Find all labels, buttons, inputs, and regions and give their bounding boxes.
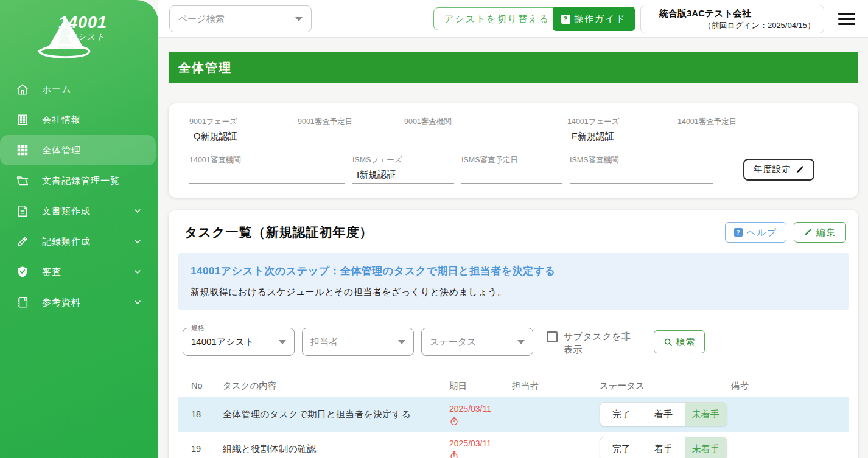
- status-toggle-group: 完了 着手 未着手: [600, 437, 727, 458]
- field-isms-phase: ISMSフェーズ I新規認証: [352, 155, 454, 184]
- stopwatch-icon: [449, 451, 459, 458]
- table-row[interactable]: 19 組織と役割体制の確認 2025/03/11 完了 着手 未着手: [178, 432, 849, 458]
- question-icon: ?: [561, 15, 570, 24]
- shield-icon: [16, 265, 29, 279]
- page-search-input[interactable]: ページ検索: [169, 5, 312, 32]
- col-due: 期日: [449, 380, 512, 392]
- col-status: ステータス: [600, 380, 731, 392]
- sidebar-item-label: 会社情報: [42, 114, 81, 126]
- hide-subtask-option[interactable]: サブタスクを非表示: [547, 328, 639, 356]
- standard-select[interactable]: 規格 14001アシスト: [183, 328, 295, 356]
- grid-icon: [16, 144, 29, 157]
- row-status: 完了 着手 未着手: [600, 437, 731, 458]
- topbar: ページ検索 アシストを切り替える ? 操作ガイド 統合版3ACテスト会社 （前回…: [158, 0, 868, 38]
- task-filters: 規格 14001アシスト 担当者 ステータス サブタスクを非表示 検索: [178, 328, 849, 356]
- chevron-down-icon: [295, 17, 303, 21]
- task-list-title: タスク一覧（新規認証初年度）: [184, 224, 373, 241]
- search-placeholder: ページ検索: [178, 13, 225, 25]
- hide-subtask-checkbox[interactable]: [547, 331, 558, 342]
- status-not-started-button[interactable]: 未着手: [685, 403, 727, 426]
- col-assignee: 担当者: [512, 380, 600, 392]
- question-icon: ?: [734, 228, 743, 237]
- field-14001-audit-date: 14001審査予定日: [677, 117, 779, 145]
- chevron-down-icon: [133, 237, 142, 246]
- field-14001-phase: 14001フェーズ E新規認証: [567, 117, 670, 145]
- page-title: 全体管理: [178, 60, 232, 76]
- operation-guide-button[interactable]: ? 操作ガイド: [553, 7, 635, 31]
- table-row[interactable]: 18 全体管理のタスクで期日と担当者を決定する 2025/03/11 完了 着手…: [178, 397, 849, 432]
- status-started-button[interactable]: 着手: [642, 437, 684, 458]
- field-14001-audit-org: 14001審査機関: [189, 155, 345, 184]
- field-isms-audit-date-value[interactable]: [461, 169, 562, 184]
- search-button[interactable]: 検索: [654, 330, 705, 353]
- status-toggle-group: 完了 着手 未着手: [600, 402, 727, 426]
- field-9001-phase-value[interactable]: Q新規認証: [189, 131, 290, 145]
- status-complete-button[interactable]: 完了: [600, 437, 642, 458]
- field-9001-audit-date: 9001審査予定日: [298, 117, 397, 145]
- col-no: No: [191, 381, 223, 390]
- hamburger-menu-icon[interactable]: [838, 12, 855, 26]
- row-status: 完了 着手 未着手: [600, 402, 731, 426]
- chevron-down-icon: [279, 340, 286, 344]
- sidebar-item-label: 記録類作成: [42, 236, 91, 248]
- field-9001-audit-org: 9001審査機関: [404, 117, 560, 145]
- book-icon: [16, 296, 29, 309]
- field-9001-phase: 9001フェーズ Q新規認証: [189, 117, 290, 145]
- sidebar-item-audit[interactable]: 審査: [0, 257, 156, 287]
- task-table: No タスクの内容 期日 担当者 ステータス 備考 18 全体管理のタスクで期日…: [178, 375, 849, 458]
- home-icon: [16, 83, 29, 96]
- row-due-date: 2025/03/11: [449, 401, 512, 428]
- pencil-icon: [796, 165, 804, 174]
- help-button[interactable]: ? ヘルプ: [725, 222, 786, 243]
- chevron-down-icon: [133, 267, 142, 277]
- company-info-box[interactable]: 統合版3ACテスト会社 （前回ログイン：2025/04/15）: [640, 5, 824, 33]
- sidebar-item-company-info[interactable]: 会社情報: [0, 105, 156, 135]
- sidebar-item-label: 全体管理: [42, 145, 81, 156]
- sidebar-item-doc-creation[interactable]: 文書類作成: [0, 196, 156, 226]
- field-14001-audit-date-value[interactable]: [677, 131, 779, 145]
- task-list-card: タスク一覧（新規認証初年度） ? ヘルプ 編集 14001アシスト次のステップ：…: [169, 210, 858, 458]
- app-logo: 14001 アシスト: [0, 0, 158, 72]
- row-due-date: 2025/03/11: [449, 435, 512, 458]
- col-note: 備考: [731, 380, 849, 392]
- folder-icon: [16, 174, 29, 187]
- row-no: 18: [191, 409, 223, 419]
- sidebar: 14001 アシスト ホーム 会社情報 全体管理 文書記録管理一覧 文書類作成 …: [0, 0, 158, 458]
- last-login: （前回ログイン：2025/04/15）: [659, 20, 815, 31]
- switch-assist-button[interactable]: アシストを切り替える: [433, 7, 561, 30]
- field-14001-audit-org-value[interactable]: [189, 169, 345, 184]
- status-started-button[interactable]: 着手: [642, 403, 684, 426]
- year-setting-button[interactable]: 年度設定: [743, 159, 814, 181]
- sidebar-item-record-creation[interactable]: 記録類作成: [0, 226, 156, 257]
- assignee-select[interactable]: 担当者: [302, 328, 414, 356]
- field-isms-phase-value[interactable]: I新規認証: [352, 169, 454, 184]
- edit-button[interactable]: 編集: [794, 222, 846, 243]
- field-isms-audit-org-value[interactable]: [570, 169, 713, 184]
- sidebar-item-overall-management[interactable]: 全体管理: [0, 135, 156, 165]
- row-task: 組織と役割体制の確認: [223, 443, 449, 455]
- field-14001-phase-value[interactable]: E新規認証: [567, 131, 670, 145]
- main-content: 全体管理 9001フェーズ Q新規認証 9001審査予定日 9001審査機関 1…: [158, 38, 868, 458]
- status-complete-button[interactable]: 完了: [600, 403, 642, 426]
- status-select[interactable]: ステータス: [421, 328, 533, 356]
- field-isms-audit-date: ISMS審査予定日: [461, 155, 562, 184]
- field-9001-audit-date-value[interactable]: [298, 131, 397, 145]
- pencil-icon: [803, 228, 812, 237]
- document-icon: [16, 204, 29, 218]
- status-not-started-button[interactable]: 未着手: [685, 437, 727, 458]
- search-icon: [663, 338, 673, 347]
- chevron-down-icon: [398, 340, 405, 344]
- chevron-down-icon: [517, 340, 525, 344]
- sidebar-item-label: 審査: [42, 266, 61, 278]
- sidebar-item-label: 文書類作成: [42, 206, 91, 217]
- field-isms-audit-org: ISMS審査機関: [570, 155, 713, 184]
- logo-title: 14001: [58, 13, 107, 32]
- sidebar-item-doc-record-list[interactable]: 文書記録管理一覧: [0, 165, 156, 196]
- next-step-banner: 14001アシスト次のステップ：全体管理のタスクで期日と担当者を決定する 新規取…: [178, 253, 849, 310]
- chevron-down-icon: [133, 206, 142, 216]
- sidebar-item-label: 参考資料: [42, 297, 81, 308]
- sidebar-item-reference[interactable]: 参考資料: [0, 287, 156, 317]
- field-9001-audit-org-value[interactable]: [404, 131, 560, 145]
- sidebar-item-home[interactable]: ホーム: [0, 74, 156, 105]
- hide-subtask-label: サブタスクを非表示: [564, 330, 639, 356]
